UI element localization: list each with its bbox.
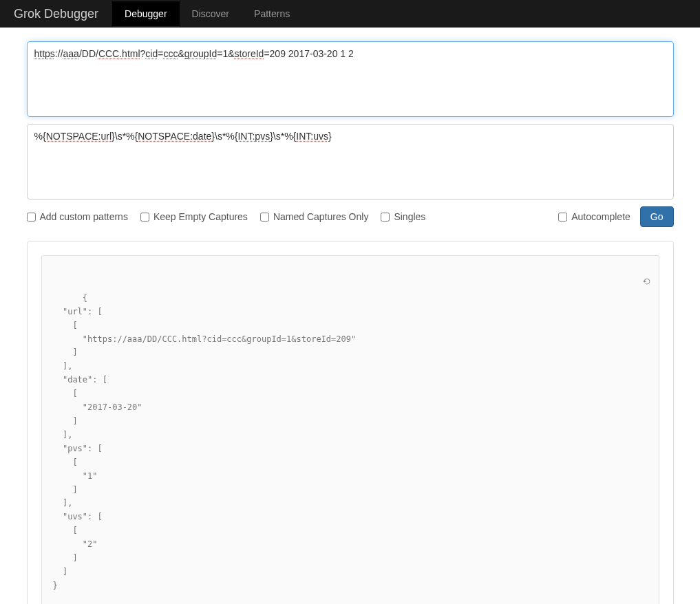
grok-pattern-input[interactable]: %{NOTSPACE:url}\s*%{NOTSPACE:date}\s*%{I… [27, 124, 674, 199]
spell-error-segment: cid [145, 48, 158, 59]
text-segment: =1& [217, 48, 234, 59]
label-singles: Singles [394, 211, 425, 222]
log-input[interactable]: https://aaa/DD/CCC.html?cid=ccc&groupId=… [27, 41, 674, 117]
text-segment: :// [55, 48, 63, 59]
result-output: { "url": [ [ "https://aaa/DD/CCC.html?ci… [41, 255, 659, 604]
text-segment: }\s*%{ [112, 131, 138, 142]
text-segment: } [328, 131, 332, 142]
spell-error-segment: INT:pvs [237, 131, 270, 142]
refresh-icon[interactable] [602, 263, 652, 305]
text-segment: & [178, 48, 184, 59]
pattern-wrap: %{NOTSPACE:url}\s*%{NOTSPACE:date}\s*%{I… [27, 124, 674, 199]
go-button[interactable]: Go [640, 206, 674, 227]
brand: Grok Debugger [14, 7, 98, 21]
options-left: Add custom patterns Keep Empty Captures … [27, 211, 426, 222]
nav-tab-patterns[interactable]: Patterns [242, 1, 302, 26]
spell-error-segment: aaa [63, 48, 79, 59]
text-segment: =209 2017-03-20 1 2 [264, 48, 353, 59]
options-row: Add custom patterns Keep Empty Captures … [27, 206, 674, 227]
result-panel: { "url": [ [ "https://aaa/DD/CCC.html?ci… [27, 241, 674, 604]
label-keep-empty-captures: Keep Empty Captures [153, 211, 248, 222]
option-named-captures-only[interactable]: Named Captures Only [260, 211, 369, 222]
navbar: Grok Debugger DebuggerDiscoverPatterns [0, 0, 700, 28]
input-wrap: https://aaa/DD/CCC.html?cid=ccc&groupId=… [27, 41, 674, 117]
spell-error-segment: NOTSPACE:date [138, 131, 211, 142]
main-container: https://aaa/DD/CCC.html?cid=ccc&groupId=… [13, 28, 688, 604]
checkbox-named-captures-only[interactable] [260, 213, 269, 222]
checkbox-autocomplete[interactable] [558, 213, 567, 222]
option-keep-empty-captures[interactable]: Keep Empty Captures [140, 211, 248, 222]
option-add-custom-patterns[interactable]: Add custom patterns [27, 211, 128, 222]
nav-tab-discover[interactable]: Discover [180, 1, 242, 26]
option-singles[interactable]: Singles [381, 211, 425, 222]
spell-error-segment: NOTSPACE:url [46, 131, 112, 142]
spell-error-segment: CCC.html [98, 48, 140, 59]
text-segment: }\s*%{ [270, 131, 296, 142]
spell-error-segment: ccc [163, 48, 178, 59]
label-add-custom-patterns: Add custom patterns [40, 211, 128, 222]
label-named-captures-only: Named Captures Only [273, 211, 369, 222]
label-autocomplete: Autocomplete [571, 211, 630, 222]
nav-tabs: DebuggerDiscoverPatterns [112, 1, 302, 26]
text-segment: }\s*%{ [211, 131, 237, 142]
nav-tab-debugger[interactable]: Debugger [112, 1, 180, 26]
options-right: Autocomplete Go [558, 206, 673, 227]
spell-error-segment: groupId [184, 48, 217, 59]
spell-error-segment: https [34, 48, 55, 59]
text-segment: /DD/ [79, 48, 98, 59]
checkbox-singles[interactable] [381, 213, 390, 222]
option-autocomplete[interactable]: Autocomplete [558, 211, 630, 222]
text-segment: %{ [34, 131, 46, 142]
spell-error-segment: storeId [235, 48, 264, 59]
result-text: { "url": [ [ "https://aaa/DD/CCC.html?ci… [53, 293, 357, 590]
spell-error-segment: INT:uvs [296, 131, 328, 142]
checkbox-add-custom-patterns[interactable] [27, 213, 36, 222]
checkbox-keep-empty-captures[interactable] [140, 213, 149, 222]
